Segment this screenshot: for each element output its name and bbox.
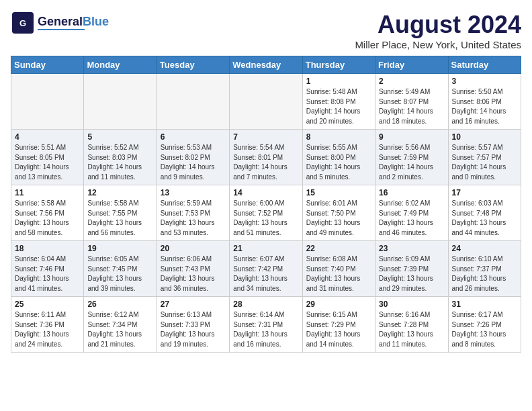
day-info: Sunrise: 6:03 AM Sunset: 7:48 PM Dayligh… xyxy=(452,199,517,238)
day-info: Sunrise: 5:59 AM Sunset: 7:53 PM Dayligh… xyxy=(161,199,226,238)
day-number: 9 xyxy=(379,132,444,142)
calendar-cell: 1Sunrise: 5:48 AM Sunset: 8:08 PM Daylig… xyxy=(302,74,375,130)
calendar-cell: 27Sunrise: 6:13 AM Sunset: 7:33 PM Dayli… xyxy=(157,297,229,353)
day-info: Sunrise: 5:51 AM Sunset: 8:05 PM Dayligh… xyxy=(15,143,80,182)
calendar-cell: 4Sunrise: 5:51 AM Sunset: 8:05 PM Daylig… xyxy=(11,130,84,185)
calendar-cell: 3Sunrise: 5:50 AM Sunset: 8:06 PM Daylig… xyxy=(448,74,521,130)
day-number: 15 xyxy=(306,188,371,197)
day-number: 22 xyxy=(306,244,371,253)
day-info: Sunrise: 5:53 AM Sunset: 8:02 PM Dayligh… xyxy=(161,143,226,182)
day-number: 16 xyxy=(379,188,444,197)
day-number: 20 xyxy=(161,244,226,253)
calendar-week-5: 25Sunrise: 6:11 AM Sunset: 7:36 PM Dayli… xyxy=(11,297,521,353)
day-number: 7 xyxy=(233,132,298,142)
day-number: 14 xyxy=(233,188,298,197)
calendar-cell: 8Sunrise: 5:55 AM Sunset: 8:00 PM Daylig… xyxy=(302,130,375,185)
col-header-tuesday: Tuesday xyxy=(157,56,229,74)
calendar-week-3: 11Sunrise: 5:58 AM Sunset: 7:56 PM Dayli… xyxy=(11,185,521,241)
day-number: 2 xyxy=(379,77,444,86)
calendar-cell: 15Sunrise: 6:01 AM Sunset: 7:50 PM Dayli… xyxy=(302,185,375,241)
calendar-cell: 28Sunrise: 6:14 AM Sunset: 7:31 PM Dayli… xyxy=(230,297,302,353)
calendar-cell: 25Sunrise: 6:11 AM Sunset: 7:36 PM Dayli… xyxy=(11,297,84,353)
day-info: Sunrise: 5:55 AM Sunset: 8:00 PM Dayligh… xyxy=(306,143,371,182)
day-number: 29 xyxy=(306,300,371,309)
calendar-table: SundayMondayTuesdayWednesdayThursdayFrid… xyxy=(11,56,521,353)
logo-general: General xyxy=(38,15,83,28)
day-info: Sunrise: 6:00 AM Sunset: 7:52 PM Dayligh… xyxy=(233,199,298,238)
calendar-header-row: SundayMondayTuesdayWednesdayThursdayFrid… xyxy=(11,56,521,74)
day-number: 12 xyxy=(87,188,152,197)
day-info: Sunrise: 6:15 AM Sunset: 7:29 PM Dayligh… xyxy=(306,310,371,349)
day-number: 6 xyxy=(161,132,226,142)
calendar-cell: 10Sunrise: 5:57 AM Sunset: 7:57 PM Dayli… xyxy=(448,130,521,185)
calendar-week-4: 18Sunrise: 6:04 AM Sunset: 7:46 PM Dayli… xyxy=(11,241,521,297)
day-number: 18 xyxy=(15,244,80,253)
day-number: 4 xyxy=(15,132,80,142)
calendar-cell: 16Sunrise: 6:02 AM Sunset: 7:49 PM Dayli… xyxy=(375,185,448,241)
title-block: August 2024 Miller Place, New York, Unit… xyxy=(355,11,521,50)
calendar-cell: 9Sunrise: 5:56 AM Sunset: 7:59 PM Daylig… xyxy=(375,130,448,185)
logo: G GeneralBlue xyxy=(11,11,109,35)
day-number: 30 xyxy=(379,300,444,309)
day-info: Sunrise: 6:14 AM Sunset: 7:31 PM Dayligh… xyxy=(233,310,298,349)
col-header-wednesday: Wednesday xyxy=(230,56,302,74)
day-number: 13 xyxy=(161,188,226,197)
calendar-cell: 5Sunrise: 5:52 AM Sunset: 8:03 PM Daylig… xyxy=(84,130,157,185)
calendar-week-2: 4Sunrise: 5:51 AM Sunset: 8:05 PM Daylig… xyxy=(11,130,521,185)
calendar-cell: 26Sunrise: 6:12 AM Sunset: 7:34 PM Dayli… xyxy=(84,297,157,353)
day-info: Sunrise: 5:56 AM Sunset: 7:59 PM Dayligh… xyxy=(379,143,444,182)
page-header: G GeneralBlue August 2024 Miller Place, … xyxy=(11,11,521,50)
calendar-cell xyxy=(157,74,229,130)
day-info: Sunrise: 6:05 AM Sunset: 7:45 PM Dayligh… xyxy=(87,255,152,293)
day-info: Sunrise: 5:58 AM Sunset: 7:55 PM Dayligh… xyxy=(87,199,152,238)
calendar-cell: 6Sunrise: 5:53 AM Sunset: 8:02 PM Daylig… xyxy=(157,130,229,185)
day-number: 1 xyxy=(306,77,371,86)
calendar-week-1: 1Sunrise: 5:48 AM Sunset: 8:08 PM Daylig… xyxy=(11,74,521,130)
svg-text:G: G xyxy=(19,18,26,28)
calendar-cell: 21Sunrise: 6:07 AM Sunset: 7:42 PM Dayli… xyxy=(230,241,302,297)
day-number: 24 xyxy=(452,244,517,253)
day-info: Sunrise: 6:06 AM Sunset: 7:43 PM Dayligh… xyxy=(161,255,226,293)
calendar-cell: 11Sunrise: 5:58 AM Sunset: 7:56 PM Dayli… xyxy=(11,185,84,241)
col-header-monday: Monday xyxy=(84,56,157,74)
calendar-cell: 17Sunrise: 6:03 AM Sunset: 7:48 PM Dayli… xyxy=(448,185,521,241)
calendar-cell: 29Sunrise: 6:15 AM Sunset: 7:29 PM Dayli… xyxy=(302,297,375,353)
col-header-sunday: Sunday xyxy=(11,56,84,74)
day-info: Sunrise: 5:52 AM Sunset: 8:03 PM Dayligh… xyxy=(87,143,152,182)
day-info: Sunrise: 6:13 AM Sunset: 7:33 PM Dayligh… xyxy=(161,310,226,349)
day-number: 17 xyxy=(452,188,517,197)
day-number: 8 xyxy=(306,132,371,142)
day-number: 3 xyxy=(452,77,517,86)
day-info: Sunrise: 6:04 AM Sunset: 7:46 PM Dayligh… xyxy=(15,255,80,293)
day-info: Sunrise: 6:01 AM Sunset: 7:50 PM Dayligh… xyxy=(306,199,371,238)
calendar-cell: 19Sunrise: 6:05 AM Sunset: 7:45 PM Dayli… xyxy=(84,241,157,297)
location-subtitle: Miller Place, New York, United States xyxy=(355,39,521,50)
day-number: 31 xyxy=(452,300,517,309)
day-number: 21 xyxy=(233,244,298,253)
calendar-cell: 31Sunrise: 6:17 AM Sunset: 7:26 PM Dayli… xyxy=(448,297,521,353)
calendar-cell: 14Sunrise: 6:00 AM Sunset: 7:52 PM Dayli… xyxy=(230,185,302,241)
day-info: Sunrise: 6:09 AM Sunset: 7:39 PM Dayligh… xyxy=(379,255,444,293)
day-info: Sunrise: 6:11 AM Sunset: 7:36 PM Dayligh… xyxy=(15,310,80,349)
calendar-cell: 23Sunrise: 6:09 AM Sunset: 7:39 PM Dayli… xyxy=(375,241,448,297)
day-number: 11 xyxy=(15,188,80,197)
calendar-cell: 24Sunrise: 6:10 AM Sunset: 7:37 PM Dayli… xyxy=(448,241,521,297)
day-number: 23 xyxy=(379,244,444,253)
calendar-cell: 30Sunrise: 6:16 AM Sunset: 7:28 PM Dayli… xyxy=(375,297,448,353)
day-info: Sunrise: 6:16 AM Sunset: 7:28 PM Dayligh… xyxy=(379,310,444,349)
day-info: Sunrise: 6:10 AM Sunset: 7:37 PM Dayligh… xyxy=(452,255,517,293)
day-info: Sunrise: 5:54 AM Sunset: 8:01 PM Dayligh… xyxy=(233,143,298,182)
day-number: 19 xyxy=(87,244,152,253)
day-info: Sunrise: 5:50 AM Sunset: 8:06 PM Dayligh… xyxy=(452,87,517,126)
day-info: Sunrise: 5:49 AM Sunset: 8:07 PM Dayligh… xyxy=(379,87,444,126)
col-header-saturday: Saturday xyxy=(448,56,521,74)
day-number: 10 xyxy=(452,132,517,142)
day-info: Sunrise: 6:02 AM Sunset: 7:49 PM Dayligh… xyxy=(379,199,444,238)
day-number: 25 xyxy=(15,300,80,309)
day-info: Sunrise: 6:12 AM Sunset: 7:34 PM Dayligh… xyxy=(87,310,152,349)
day-info: Sunrise: 5:58 AM Sunset: 7:56 PM Dayligh… xyxy=(15,199,80,238)
day-info: Sunrise: 6:17 AM Sunset: 7:26 PM Dayligh… xyxy=(452,310,517,349)
col-header-friday: Friday xyxy=(375,56,448,74)
calendar-cell: 13Sunrise: 5:59 AM Sunset: 7:53 PM Dayli… xyxy=(157,185,229,241)
calendar-cell xyxy=(84,74,157,130)
